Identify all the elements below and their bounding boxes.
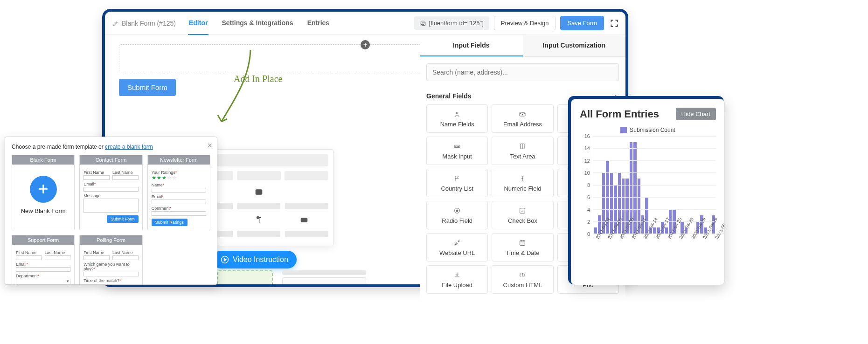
template-blank-cta: New Blank Form: [21, 207, 66, 214]
template-newsletter-title: Newsletter Form: [148, 155, 210, 165]
field-item[interactable]: Time & Date: [492, 233, 553, 261]
field-item-label: Check Box: [508, 217, 537, 224]
video-instruction-label: Video Instruction: [233, 255, 288, 264]
faded-box-1: [282, 277, 366, 284]
submit-form-button[interactable]: Submit Form: [119, 79, 176, 96]
section-title: General Fields: [426, 92, 471, 100]
field-item-label: Time & Date: [506, 249, 540, 256]
paragraph-icon: [255, 216, 263, 224]
field-item[interactable]: Country List: [426, 169, 488, 197]
chart-bar: [653, 227, 656, 234]
field-item[interactable]: Custom HTML: [492, 265, 553, 294]
field-item-label: Numeric Field: [504, 185, 541, 192]
envelope-icon: [255, 188, 263, 196]
field-item[interactable]: Name Fields: [426, 104, 488, 133]
close-icon[interactable]: ×: [207, 141, 212, 151]
entries-panel: All Form Entries Hide Chart Submission C…: [571, 99, 725, 285]
add-field-button[interactable]: +: [361, 40, 370, 49]
field-item[interactable]: Text Area: [492, 137, 553, 165]
shortcode-text: [fluentform id="125"]: [429, 20, 484, 27]
shortcode-pill[interactable]: [fluentform id="125"]: [414, 16, 489, 30]
field-item-label: File Upload: [442, 282, 472, 289]
svg-rect-20: [520, 208, 525, 213]
field-item-label: Email Address: [503, 121, 542, 128]
svg-point-19: [456, 210, 458, 212]
legend-label: Submission Count: [630, 127, 675, 133]
template-polling[interactable]: Polling Form First Name Last Name Which …: [79, 235, 142, 285]
form-name: Blank Form (#125): [112, 20, 176, 27]
tab-editor[interactable]: Editor: [188, 12, 208, 35]
svg-rect-0: [422, 22, 425, 25]
contact-submit-button: Submit Form: [107, 215, 139, 223]
svg-rect-5: [301, 218, 307, 222]
svg-point-8: [456, 112, 458, 114]
template-blank-title: Blank Form: [12, 155, 74, 165]
field-item[interactable]: Email Address: [492, 104, 553, 133]
fullscreen-icon[interactable]: [609, 18, 620, 29]
field-item-label: Mask Input: [442, 153, 472, 160]
chart-legend: Submission Count: [580, 127, 716, 133]
svg-point-14: [458, 146, 458, 146]
svg-rect-24: [520, 241, 525, 245]
template-support[interactable]: Support Form First Name Last Name Email*…: [12, 235, 75, 285]
entries-title: All Form Entries: [580, 108, 659, 120]
svg-rect-1: [421, 21, 424, 24]
tab-input-customization[interactable]: Input Customization: [523, 35, 626, 56]
form-name-text: Blank Form (#125): [122, 20, 176, 27]
play-icon: [221, 255, 229, 264]
template-support-title: Support Form: [12, 235, 74, 245]
chevron-up-icon: [612, 93, 619, 99]
svg-point-12: [456, 146, 456, 146]
chart-bar: [622, 179, 625, 234]
field-item[interactable]: Mask Input: [426, 137, 488, 165]
handwritten-annotation: Add In Place: [234, 74, 282, 84]
hide-chart-button[interactable]: Hide Chart: [676, 108, 716, 120]
field-item-label: Text Area: [510, 153, 535, 160]
field-item[interactable]: Numeric Field: [492, 169, 553, 197]
field-item-label: Name Fields: [440, 121, 474, 128]
field-item[interactable]: File Upload: [426, 265, 488, 294]
template-blank[interactable]: Blank Form + New Blank Form: [12, 155, 75, 230]
faded-box-3: [315, 270, 338, 275]
modal-intro: Choose a pre-made form template or creat…: [12, 144, 210, 150]
field-item[interactable]: Radio Field: [426, 201, 488, 229]
svg-point-13: [457, 146, 457, 146]
card-icon: [300, 216, 308, 224]
tab-settings[interactable]: Settings & Integrations: [221, 12, 294, 35]
star-rating: ★★★☆☆: [152, 175, 206, 181]
field-search-input[interactable]: [426, 63, 619, 81]
field-item-label: Website URL: [439, 249, 475, 256]
template-polling-title: Polling Form: [80, 235, 142, 245]
create-blank-form-link[interactable]: create a blank form: [105, 144, 153, 150]
field-item[interactable]: Check Box: [492, 201, 553, 229]
template-contact-title: Contact Form: [80, 155, 142, 165]
editor-topbar: Blank Form (#125) Editor Settings & Inte…: [105, 12, 625, 35]
template-newsletter[interactable]: Newsletter Form Your Ratings* ★★★☆☆ Name…: [147, 155, 210, 230]
field-item[interactable]: Website URL: [426, 233, 488, 261]
preview-button[interactable]: Preview & Design: [494, 16, 556, 30]
submission-chart: 0246810121416 2021-04-022021-04-052021-0…: [580, 136, 716, 267]
pencil-icon: [112, 20, 119, 27]
template-contact[interactable]: Contact Form First Name Last Name Email*…: [79, 155, 142, 230]
faded-dropzone: [217, 270, 273, 284]
plus-icon: +: [30, 176, 57, 203]
newsletter-submit-button: Submit Ratings: [152, 219, 187, 226]
field-item-label: Radio Field: [442, 217, 472, 224]
text-icon: [300, 188, 308, 196]
tab-entries[interactable]: Entries: [306, 12, 330, 35]
chart-bar: [610, 172, 613, 234]
field-item-label: Custom HTML: [503, 282, 542, 289]
tab-input-fields[interactable]: Input Fields: [420, 35, 523, 56]
save-form-button[interactable]: Save Form: [560, 16, 604, 30]
field-item-label: Country List: [441, 185, 473, 192]
video-instruction-button[interactable]: Video Instruction: [212, 251, 297, 268]
svg-rect-9: [520, 112, 525, 116]
template-chooser-modal: × Choose a pre-made form template or cre…: [5, 137, 217, 285]
copy-icon: [420, 20, 426, 27]
legend-swatch: [620, 127, 627, 133]
